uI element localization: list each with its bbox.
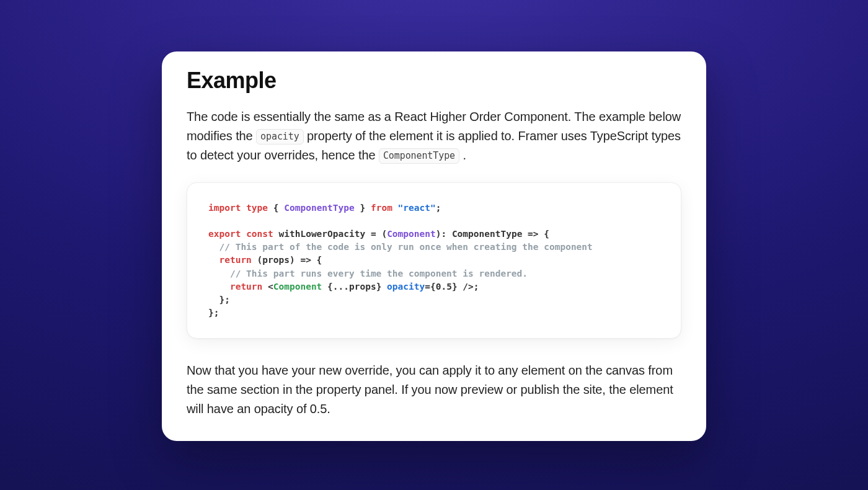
outro-paragraph: Now that you have your new override, you… — [187, 361, 681, 419]
inline-code-opacity: opacity — [256, 129, 304, 145]
intro-text-3: . — [459, 148, 466, 162]
code-example-block: import type { ComponentType } from "reac… — [187, 182, 681, 338]
section-heading: Example — [187, 68, 681, 94]
doc-card: Example The code is essentially the same… — [162, 51, 706, 440]
inline-code-componenttype: ComponentType — [379, 148, 459, 164]
code-example: import type { ComponentType } from "reac… — [208, 202, 660, 319]
intro-paragraph: The code is essentially the same as a Re… — [187, 107, 681, 165]
